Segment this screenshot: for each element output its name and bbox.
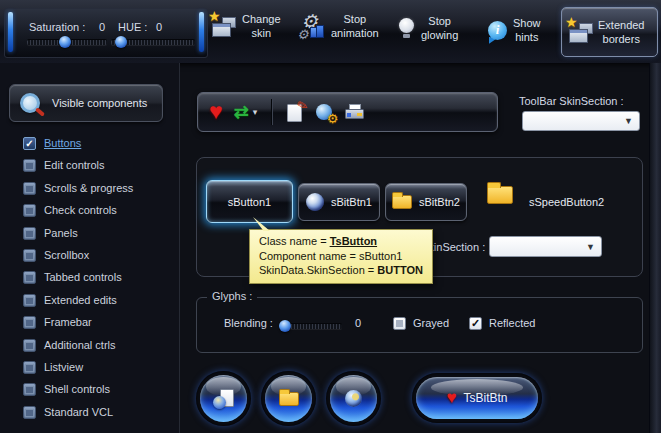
tooltip-class-line: Class name = TsButton xyxy=(259,234,423,249)
color-slider-panel: Saturation : 0 HUE : 0 xyxy=(4,8,208,58)
sidebar-item-additional-ctrls[interactable]: Additional ctrls xyxy=(0,339,178,359)
sidebar-item-scrollbox[interactable]: Scrollbox xyxy=(0,249,178,269)
visible-components-header[interactable]: Visible components xyxy=(9,84,163,122)
blending-slider[interactable] xyxy=(282,323,342,329)
checkbox-icon[interactable] xyxy=(23,383,36,396)
magnifier-icon xyxy=(20,93,40,113)
tooltip-class-value: TsButton xyxy=(330,235,377,247)
saturation-slider[interactable] xyxy=(27,39,107,45)
accent-bar-left xyxy=(8,12,13,52)
folder-icon xyxy=(279,392,299,406)
checkbox-icon[interactable] xyxy=(23,339,36,352)
checkbox-icon[interactable] xyxy=(23,316,36,329)
checkbox-icon[interactable] xyxy=(23,294,36,307)
sbitbtn1-label: sBitBtn1 xyxy=(331,196,372,208)
change-skin-button[interactable]: ★ Change skin xyxy=(210,12,281,41)
reflected-label[interactable]: Reflected xyxy=(489,317,535,329)
checkbox-icon[interactable] xyxy=(23,204,36,217)
checkbox-icon[interactable] xyxy=(23,271,36,284)
check-icon: ✓ xyxy=(470,318,481,329)
gears-icon: ⚙ ⚙ xyxy=(299,14,325,38)
heart-icon: ♥ xyxy=(446,388,456,408)
sidebar-item-framebar[interactable]: Framebar xyxy=(0,316,178,336)
sbitbtn2-button[interactable]: sBitBtn2 xyxy=(385,183,467,221)
refresh-dropdown-arrow-icon[interactable]: ▾ xyxy=(253,107,258,117)
reflected-checkbox[interactable]: ✓ xyxy=(469,317,482,330)
chevron-down-icon: ▼ xyxy=(624,116,633,126)
round-globe-button[interactable] xyxy=(326,371,381,426)
accent-bar-right xyxy=(199,12,204,52)
toolbar-skinsection-combobox[interactable]: ▼ xyxy=(522,111,640,131)
checkbox-icon[interactable] xyxy=(23,182,36,195)
checkbox-icon[interactable] xyxy=(23,406,36,419)
checkbox-icon[interactable] xyxy=(23,361,36,374)
tsbitbtn-button[interactable]: ♥ TsBitBtn xyxy=(412,373,542,423)
stop-glowing-button[interactable]: Stop glowing xyxy=(399,14,458,43)
checkbox-checked-icon[interactable]: ✓ xyxy=(23,137,36,150)
light-bulb-icon xyxy=(399,18,415,38)
demo-toolbar: ♥ ⇄ ▾ ✎ ⚙ xyxy=(197,92,498,132)
info-bubble-icon: i xyxy=(488,21,507,40)
sidebar-item-listview[interactable]: Listview xyxy=(0,361,178,381)
stop-animation-button[interactable]: ⚙ ⚙ Stop animation xyxy=(299,12,379,41)
sidebar-item-shell-controls[interactable]: Shell controls xyxy=(0,383,178,403)
checkbox-icon[interactable] xyxy=(23,249,36,262)
sidebar-item-tabbed-controls[interactable]: Tabbed controls xyxy=(0,271,178,291)
document-globe-icon xyxy=(213,389,235,408)
tooltip-skindata-value: BUTTON xyxy=(377,264,423,276)
sbitbtn1-button[interactable]: sBitBtn1 xyxy=(298,183,380,221)
stop-glowing-label: Stop glowing xyxy=(421,14,458,43)
saturation-slider-thumb[interactable] xyxy=(59,36,71,48)
refresh-icon[interactable]: ⇄ xyxy=(234,101,249,123)
printer-icon[interactable] xyxy=(345,104,364,121)
glyphs-groupbox: Glyphs : Blending : 0 Grayed ✓ Reflected xyxy=(196,297,643,353)
sbutton1-label: sButton1 xyxy=(228,196,271,208)
sidebar-item-scrolls-progress[interactable]: Scrolls & progress xyxy=(0,182,178,202)
right-border-strip xyxy=(649,63,661,433)
toolbar-skinsection-label: ToolBar SkinSection : xyxy=(519,95,624,107)
folder-icon xyxy=(392,195,412,209)
round-folder-button[interactable] xyxy=(261,371,316,426)
hue-label: HUE : xyxy=(118,21,147,33)
extended-borders-button[interactable]: ★ Extended borders xyxy=(561,7,658,57)
sbutton1-button[interactable]: sButton1 xyxy=(206,180,293,223)
blending-label: Blending : xyxy=(224,317,273,329)
round-document-globe-button[interactable] xyxy=(196,371,251,426)
hue-slider-thumb[interactable] xyxy=(115,36,127,48)
sidebar-item-standard-vcl[interactable]: Standard VCL xyxy=(0,406,178,426)
change-skin-icon: ★ xyxy=(210,15,236,37)
stop-animation-label: Stop animation xyxy=(331,12,379,41)
sspeedbutton2-label: sSpeedButton2 xyxy=(529,196,604,208)
disc-gear-icon[interactable]: ⚙ xyxy=(316,103,335,122)
hue-slider[interactable] xyxy=(111,39,195,45)
tsbitbtn-label: TsBitBtn xyxy=(464,391,508,405)
hue-value: 0 xyxy=(156,21,162,33)
heart-icon[interactable]: ♥ xyxy=(209,98,223,125)
show-hints-button[interactable]: i Show hints xyxy=(488,16,541,45)
edit-document-icon[interactable]: ✎ xyxy=(286,103,306,122)
sidebar-item-edit-controls[interactable]: Edit controls xyxy=(0,159,178,179)
saturation-label: Saturation : xyxy=(29,21,85,33)
sidebar-item-buttons[interactable]: ✓ Buttons xyxy=(0,137,178,157)
visible-components-label: Visible components xyxy=(52,97,147,109)
sidebar-item-check-controls[interactable]: Check controls xyxy=(0,204,178,224)
saturation-value: 0 xyxy=(99,21,105,33)
folder-icon xyxy=(487,186,513,204)
toolbar-separator xyxy=(271,99,273,125)
sidebar: Visible components ✓ Buttons Edit contro… xyxy=(0,63,180,433)
tooltip-component-line: Component name = sButton1 xyxy=(259,249,423,264)
sidebar-item-panels[interactable]: Panels xyxy=(0,227,178,247)
blending-slider-thumb[interactable] xyxy=(279,320,291,332)
show-hints-label: Show hints xyxy=(513,16,541,45)
extended-borders-icon: ★ xyxy=(567,21,593,43)
blending-value: 0 xyxy=(355,317,361,329)
grayed-checkbox[interactable] xyxy=(393,317,406,330)
skinsection-combobox[interactable]: ▼ xyxy=(489,236,602,257)
grayed-label[interactable]: Grayed xyxy=(413,317,449,329)
tooltip-skindata-line: SkinData.SkinSection = BUTTON xyxy=(259,263,423,278)
checkbox-icon[interactable] xyxy=(23,159,36,172)
sidebar-item-extended-edits[interactable]: Extended edits xyxy=(0,294,178,314)
sspeedbutton2-button[interactable] xyxy=(487,186,513,204)
sphere-icon xyxy=(306,193,324,211)
checkbox-icon[interactable] xyxy=(23,227,36,240)
